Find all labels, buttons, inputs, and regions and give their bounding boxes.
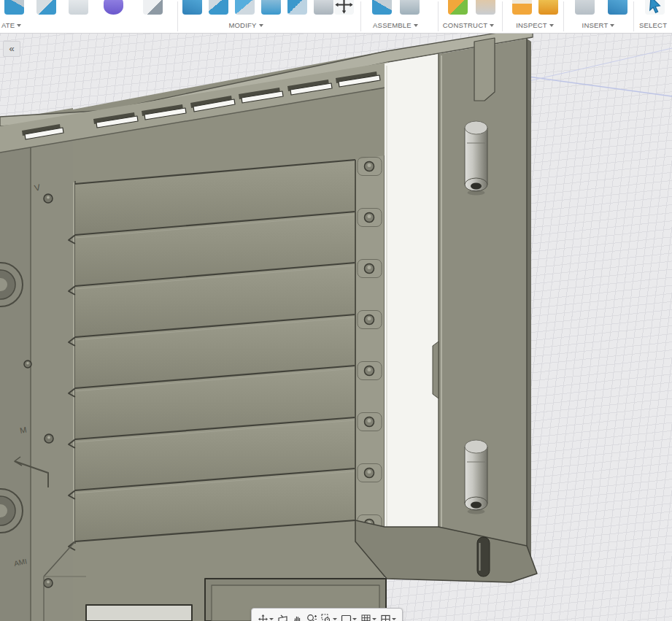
move-copy-icon[interactable] xyxy=(334,0,354,15)
group-label-text: MODIFY xyxy=(228,21,256,29)
chevron-down-icon xyxy=(259,24,263,27)
construct-plane-icon[interactable] xyxy=(448,0,468,15)
frame-top-tab xyxy=(474,38,495,101)
measure-icon[interactable] xyxy=(512,0,532,15)
shell-icon[interactable] xyxy=(235,0,255,15)
grid-snaps-icon xyxy=(360,614,371,621)
ribbon-toolbar: ATE MODIFY ASSEMBLE CONSTRUCT INSPECT IN… xyxy=(0,0,672,34)
group-separator xyxy=(563,1,564,31)
viewports-icon xyxy=(380,614,391,621)
construct-axis-icon[interactable] xyxy=(476,0,495,15)
chevron-down-icon xyxy=(269,618,274,620)
fillet-icon[interactable] xyxy=(209,0,228,15)
combine-icon[interactable] xyxy=(261,0,281,15)
offset-face-icon[interactable] xyxy=(287,0,307,15)
joint-icon[interactable] xyxy=(400,0,420,15)
white-gap-face xyxy=(385,54,439,530)
viewports-button[interactable] xyxy=(379,613,398,621)
zoom-window-button[interactable] xyxy=(320,613,339,621)
chevron-down-icon xyxy=(414,24,418,27)
tab-strip[interactable] xyxy=(355,155,385,533)
group-label-text: ATE xyxy=(1,21,15,29)
group-separator xyxy=(177,1,178,31)
hinge-bottom[interactable] xyxy=(465,440,487,514)
chevron-down-icon xyxy=(17,24,21,27)
group-label-insert[interactable]: INSERT xyxy=(573,21,623,29)
chevron-down-icon xyxy=(333,618,337,620)
grid-snaps-button[interactable] xyxy=(359,613,378,621)
group-label-select[interactable]: SELECT xyxy=(639,21,672,29)
chevron-down-icon xyxy=(490,24,494,27)
pan-button[interactable] xyxy=(290,613,304,621)
section-analysis-icon[interactable] xyxy=(538,0,558,15)
display-settings-button[interactable] xyxy=(339,613,358,621)
group-label-assemble[interactable]: ASSEMBLE xyxy=(365,21,426,29)
orbit-button[interactable] xyxy=(256,613,275,621)
look-at-button[interactable] xyxy=(276,613,290,621)
look-at-icon xyxy=(277,614,288,621)
bottom-cutout-small[interactable] xyxy=(86,605,192,621)
3d-viewport[interactable]: « xyxy=(0,33,672,621)
browser-collapse-button[interactable]: « xyxy=(3,41,20,57)
zoom-icon xyxy=(306,614,317,621)
group-label-text: CONSTRUCT xyxy=(443,21,487,29)
sheet-metal-model[interactable]: V M AMI xyxy=(0,33,537,621)
create-solid-icon[interactable] xyxy=(4,0,24,15)
display-settings-icon xyxy=(341,614,352,621)
select-icon[interactable] xyxy=(645,0,665,15)
new-component-icon[interactable] xyxy=(372,0,392,15)
ribbon-icon-row xyxy=(0,0,672,18)
create-form-icon[interactable] xyxy=(104,0,123,15)
chevron-down-icon xyxy=(549,24,554,27)
group-label-text: SELECT xyxy=(639,21,667,29)
sketch-dimension-icon[interactable] xyxy=(69,0,88,15)
insert-canvas-icon[interactable] xyxy=(608,0,627,15)
group-label-text: INSPECT xyxy=(516,21,547,29)
press-pull-icon[interactable] xyxy=(182,0,202,15)
group-label-modify[interactable]: MODIFY xyxy=(217,21,275,29)
create-pattern-icon[interactable] xyxy=(143,0,163,15)
pan-icon xyxy=(292,614,303,621)
group-label-text: ASSEMBLE xyxy=(373,21,412,29)
hinge-top[interactable] xyxy=(465,121,487,196)
orbit-icon xyxy=(258,614,269,621)
create-sketch-icon[interactable] xyxy=(36,0,56,15)
model-canvas[interactable]: V M AMI xyxy=(0,33,672,621)
split-body-icon[interactable] xyxy=(314,0,333,15)
chevron-down-icon xyxy=(372,618,376,620)
group-label-create[interactable]: ATE xyxy=(0,21,31,29)
group-label-inspect[interactable]: INSPECT xyxy=(506,21,563,29)
chevron-down-icon xyxy=(610,24,614,27)
group-label-construct[interactable]: CONSTRUCT xyxy=(437,21,500,29)
group-label-text: INSERT xyxy=(582,21,609,29)
zoom-button[interactable] xyxy=(305,613,319,621)
chevron-down-icon xyxy=(392,618,396,620)
chevron-down-icon xyxy=(352,618,357,620)
view-navigation-bar xyxy=(251,608,403,621)
frame-edge-step xyxy=(433,342,439,398)
louver-panel[interactable] xyxy=(69,160,355,550)
group-separator xyxy=(502,1,503,31)
group-separator xyxy=(633,1,634,31)
zoom-window-icon xyxy=(321,614,332,621)
insert-derive-icon[interactable] xyxy=(575,0,595,15)
group-separator xyxy=(360,1,361,31)
